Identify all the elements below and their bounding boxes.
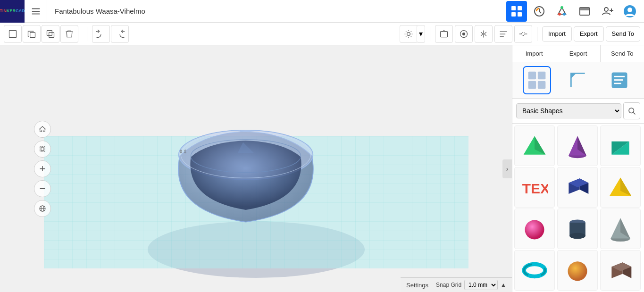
settings-bar: Settings Snap Grid 1.0 mm 0.5 mm 2.0 mm … (401, 277, 512, 292)
panel-toggle-button[interactable]: › (502, 159, 512, 178)
copy-button[interactable] (23, 25, 41, 43)
svg-rect-18 (9, 30, 17, 37)
view-controls: + − (34, 121, 51, 217)
svg-text:TEXT: TEXT (522, 181, 548, 196)
shape-brown[interactable] (600, 250, 641, 291)
mirror-button[interactable] (475, 25, 493, 43)
svg-rect-45 (538, 81, 546, 89)
shape-teal-wedge[interactable] (600, 125, 641, 166)
shape-icon (563, 215, 592, 243)
profile-button[interactable] (619, 1, 640, 22)
dimensions-tab[interactable] (564, 66, 592, 94)
shape-text[interactable]: TEXT (514, 167, 555, 208)
shape-icon (563, 173, 592, 201)
logo: TIN KER CAD (0, 0, 25, 23)
svg-point-8 (558, 13, 561, 16)
align-button[interactable] (494, 25, 512, 43)
light-button[interactable] (400, 25, 418, 43)
shape-icon (606, 132, 635, 160)
notes-tab[interactable] (605, 66, 634, 94)
right-panel: Import Export Send To (512, 45, 644, 292)
import-panel-button[interactable]: Import (512, 45, 556, 62)
svg-point-74 (568, 261, 587, 281)
toolbar-separator-3 (537, 27, 537, 41)
send-to-panel-button[interactable]: Send To (601, 45, 644, 62)
new-object-button[interactable] (4, 25, 22, 43)
svg-point-13 (604, 8, 608, 11)
duplicate-button[interactable] (42, 25, 59, 43)
send-to-button[interactable]: Send To (606, 26, 640, 42)
viewport[interactable]: ⇕⇕ Settings Snap Grid 1.0 mm 0.5 mm 2.0 … (0, 45, 512, 292)
svg-rect-3 (511, 6, 516, 10)
zoom-out-button[interactable]: − (34, 180, 51, 197)
add-person-button[interactable] (597, 1, 618, 22)
shape-icon (563, 256, 592, 284)
hamburger-button[interactable] (25, 0, 47, 23)
shape-selector: Basic Shapes (512, 99, 644, 124)
shape-icon (606, 215, 635, 243)
toolbar-separator-2 (430, 27, 430, 41)
logo-ker: KER (7, 9, 16, 14)
undo-button[interactable] (92, 25, 110, 43)
svg-rect-6 (518, 12, 522, 17)
svg-point-9 (563, 13, 566, 16)
svg-point-10 (560, 6, 563, 9)
svg-rect-0 (32, 8, 40, 9)
shape-icon (520, 132, 549, 160)
zoom-in-button[interactable]: + (34, 160, 51, 177)
svg-rect-42 (528, 72, 536, 80)
shape-orange[interactable] (557, 250, 598, 291)
snap-grid-select[interactable]: 1.0 mm 0.5 mm 2.0 mm (464, 280, 498, 290)
export-panel-button[interactable]: Export (556, 45, 600, 62)
svg-text:⇕⇕: ⇕⇕ (178, 149, 187, 154)
import-button[interactable]: Import (542, 26, 572, 42)
nav-right (506, 1, 640, 22)
svg-point-68 (569, 233, 585, 239)
hidden-surface-button[interactable] (435, 25, 453, 43)
shape-icon (520, 215, 549, 243)
build-button[interactable] (552, 1, 572, 22)
shape-blue-box[interactable] (557, 167, 598, 208)
panel-actions: Import Export Send To (512, 45, 644, 62)
fit-view-button[interactable] (34, 141, 51, 158)
shape-gray-cone[interactable] (600, 209, 641, 249)
search-button[interactable] (623, 102, 640, 119)
shape-pink-sphere[interactable] (514, 209, 555, 249)
history-button[interactable] (529, 1, 550, 22)
logo-tin: TIN (0, 9, 7, 14)
shape-icon: TEXT (520, 173, 549, 201)
svg-rect-44 (528, 81, 536, 89)
redo-button[interactable] (111, 25, 129, 43)
light-dropdown[interactable]: ▾ (417, 25, 425, 43)
svg-point-50 (629, 108, 634, 113)
svg-rect-49 (614, 83, 621, 84)
shape-cyan-torus[interactable] (514, 250, 555, 291)
export-button[interactable]: Export (574, 26, 604, 42)
shapes-tab[interactable] (523, 66, 551, 94)
snap-button[interactable] (455, 25, 473, 43)
shape-dark-cylinder[interactable] (557, 209, 598, 249)
svg-rect-30 (40, 146, 45, 151)
home-view-button[interactable] (34, 121, 51, 138)
shape-icon (520, 256, 549, 284)
svg-point-17 (627, 8, 632, 12)
svg-point-27 (522, 32, 525, 35)
settings-button[interactable]: Settings (406, 282, 428, 289)
main-area: RIGHT + − (0, 45, 644, 292)
grid-view-button[interactable] (506, 1, 527, 22)
storage-button[interactable] (574, 1, 595, 22)
orbit-button[interactable] (34, 200, 51, 217)
svg-rect-31 (41, 148, 44, 150)
edit-tools (4, 25, 78, 43)
shape-icon (563, 132, 592, 160)
measurement-button[interactable] (514, 25, 532, 43)
delete-button[interactable] (60, 25, 78, 43)
shape-yellow-pyramid[interactable] (600, 167, 641, 208)
shape-category-select[interactable]: Basic Shapes (516, 103, 621, 118)
svg-rect-21 (49, 32, 54, 37)
shape-green-pyramid[interactable] (514, 125, 555, 166)
shape-purple-pyramid[interactable] (557, 125, 598, 166)
svg-rect-48 (614, 79, 623, 81)
svg-rect-12 (580, 8, 589, 10)
history-tools (92, 25, 129, 43)
